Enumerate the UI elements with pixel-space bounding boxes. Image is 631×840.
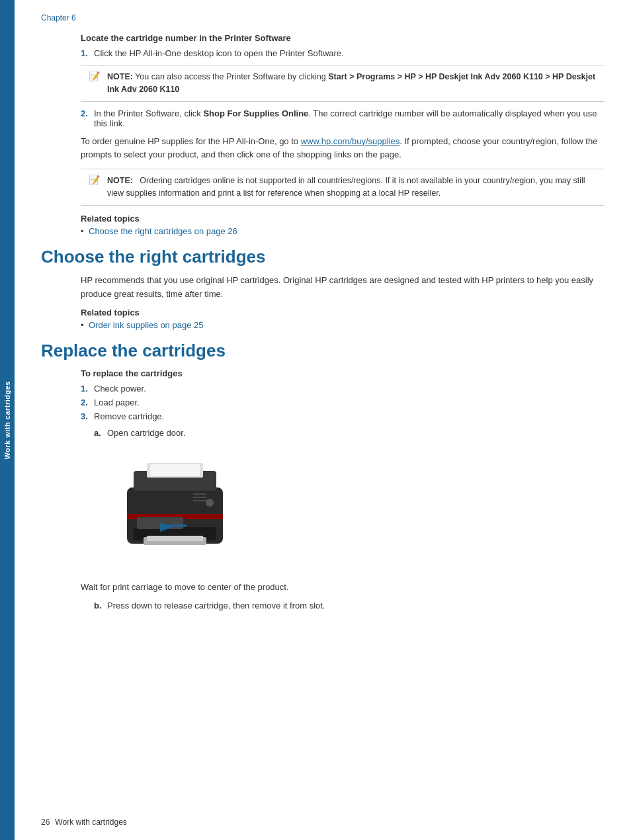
step-1-num: 1. [81, 48, 94, 58]
note-box-2: 📝 NOTE: Ordering cartridges online is no… [81, 169, 605, 206]
section3: Replace the cartridges To replace the ca… [41, 341, 605, 610]
note-body-2-text: Ordering cartridges online is not suppor… [107, 176, 585, 198]
replace-step-3: 3. Remove cartridge. [81, 411, 605, 421]
sub-step-b-text: Press down to release cartridge, then re… [107, 601, 325, 610]
sub-step-a-text: Open cartridge door. [107, 428, 186, 438]
sub-step-a-alpha: a. [94, 428, 107, 438]
related-topics-section-1: Related topics Choose the right cartridg… [81, 214, 605, 236]
section1-heading: Locate the cartridge number in the Print… [81, 33, 605, 43]
step-2-bold: Shop For Supplies Online [203, 108, 308, 118]
section2-content: HP recommends that you use original HP c… [81, 274, 605, 331]
section3-title: Replace the cartridges [41, 341, 605, 361]
replace-step-1-num: 1. [81, 384, 94, 394]
note-body-1: You can also access the Printer Software… [135, 72, 328, 81]
note-label-1: NOTE: [107, 72, 133, 81]
related-topics-heading-1: Related topics [81, 214, 605, 224]
section3-sub-heading: To replace the cartridges [81, 368, 605, 378]
note-text-1: NOTE: You can also access the Printer So… [107, 71, 597, 96]
svg-point-10 [206, 499, 214, 507]
body-text-1a: To order genuine HP supplies for the HP … [81, 136, 301, 146]
related-topic-item-2: Order ink supplies on page 25 [81, 320, 605, 330]
section2-body: HP recommends that you use original HP c… [81, 274, 605, 302]
printer-image-container [107, 451, 239, 570]
main-content: Chapter 6 Locate the cartridge number in… [15, 0, 631, 840]
replace-step-1-text: Check power. [94, 384, 146, 394]
replace-step-3-num: 3. [81, 411, 94, 421]
replace-step-2-num: 2. [81, 398, 94, 407]
section2: Choose the right cartridges HP recommend… [41, 247, 605, 331]
steps-list-2: 2. In the Printer Software, click Shop F… [81, 108, 605, 128]
replace-step-3-text: Remove cartridge. [94, 411, 164, 421]
footer-page-num: 26 [41, 818, 50, 827]
sidebar-tab: Work with cartridges [0, 0, 15, 840]
sub-step-b: b. Press down to release cartridge, then… [94, 601, 605, 610]
related-topics-heading-2: Related topics [81, 308, 605, 317]
sub-steps-list-b: b. Press down to release cartridge, then… [94, 601, 605, 610]
replace-steps-list: 1. Check power. 2. Load paper. 3. Remove… [81, 384, 605, 421]
content-section: Locate the cartridge number in the Print… [81, 33, 605, 236]
printer-illustration [107, 451, 239, 570]
step-2-num: 2. [81, 108, 94, 128]
replace-step-2: 2. Load paper. [81, 398, 605, 407]
step-1-text: Click the HP All-in-One desktop icon to … [94, 48, 344, 58]
svg-rect-7 [147, 536, 203, 541]
step-1: 1. Click the HP All-in-One desktop icon … [81, 48, 605, 58]
step-2-text: In the Printer Software, click Shop For … [94, 108, 605, 128]
sidebar-tab-label: Work with cartridges [3, 381, 11, 460]
page-footer: 26 Work with cartridges [41, 818, 605, 827]
note-body-2 [135, 176, 137, 185]
section3-content: To replace the cartridges 1. Check power… [81, 368, 605, 611]
note-box-1: 📝 NOTE: You can also access the Printer … [81, 65, 605, 102]
note-text-2: NOTE: Ordering cartridges online is not … [107, 175, 597, 200]
wait-text: Wait for print carriage to move to cente… [81, 581, 605, 595]
related-topic-link-2[interactable]: Order ink supplies on page 25 [89, 320, 203, 330]
related-topics-section-2: Related topics Order ink supplies on pag… [81, 308, 605, 330]
section2-title: Choose the right cartridges [41, 247, 605, 267]
note-icon-1: 📝 [89, 71, 102, 81]
body-text-1: To order genuine HP supplies for the HP … [81, 135, 605, 163]
step-2-prefix: In the Printer Software, click [94, 108, 203, 118]
sub-steps-list: a. Open cartridge door. [94, 428, 605, 438]
note-label-2: NOTE: [107, 176, 133, 185]
related-topics-list-2: Order ink supplies on page 25 [81, 320, 605, 330]
chapter-heading: Chapter 6 [41, 13, 605, 22]
note-icon-2: 📝 [89, 175, 102, 185]
replace-step-2-text: Load paper. [94, 398, 140, 407]
supplies-link[interactable]: www.hp.com/buy/supplies [301, 136, 400, 146]
svg-rect-3 [150, 464, 200, 476]
related-topics-list-1: Choose the right cartridges on page 26 [81, 226, 605, 236]
svg-rect-9 [163, 525, 187, 527]
replace-step-1: 1. Check power. [81, 384, 605, 394]
step-2: 2. In the Printer Software, click Shop F… [81, 108, 605, 128]
sub-step-a: a. Open cartridge door. [94, 428, 605, 438]
related-topic-link-1[interactable]: Choose the right cartridges on page 26 [89, 226, 237, 236]
related-topic-item-1: Choose the right cartridges on page 26 [81, 226, 605, 236]
footer-text: Work with cartridges [55, 818, 126, 827]
steps-list: 1. Click the HP All-in-One desktop icon … [81, 48, 605, 58]
sub-step-b-alpha: b. [94, 601, 107, 610]
